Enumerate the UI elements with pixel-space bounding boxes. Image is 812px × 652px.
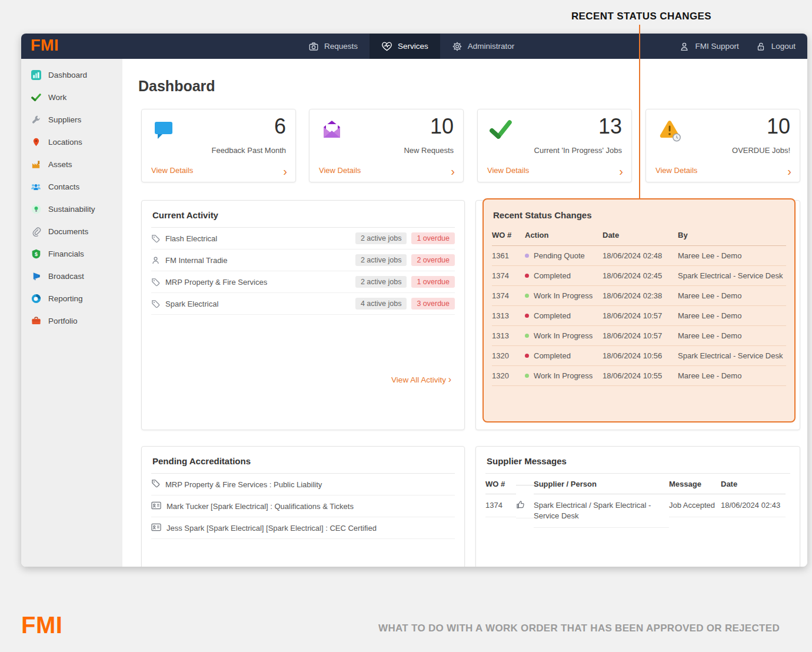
status-date: 18/06/2024 10:57 — [603, 306, 678, 326]
nav-item-logout[interactable]: Logout — [747, 34, 804, 59]
stat-label: New Requests — [404, 146, 454, 155]
activity-row[interactable]: Flash Electrical 2 active jobs 1 overdue — [151, 228, 455, 250]
view-details-link[interactable]: View Details — [487, 166, 529, 175]
nav-item-fmi-support[interactable]: FMI Support — [671, 34, 747, 59]
sidebar-item-label: Portfolio — [48, 317, 78, 325]
sidebar-item-sustainability[interactable]: Sustainability — [21, 198, 122, 220]
view-all-activity-link[interactable]: View All Activity › — [391, 374, 451, 385]
nav-tab-administrator[interactable]: Administrator — [440, 34, 527, 59]
status-by: Maree Lee - Demo — [678, 286, 786, 306]
sidebar-item-portfolio[interactable]: Portfolio — [21, 310, 122, 332]
status-by: Spark Electrical - Service Desk — [678, 346, 786, 366]
sidebar: Dashboard Work Suppliers Locations Asset… — [21, 59, 122, 567]
stat-value: 10 — [767, 114, 790, 139]
activity-row[interactable]: FM Internal Tradie 2 active jobs 2 overd… — [151, 250, 455, 271]
chevron-right-icon[interactable]: › — [283, 165, 287, 177]
col-header-wo: WO # — [485, 474, 516, 494]
nav-tab-requests[interactable]: Requests — [297, 34, 370, 59]
nav-item-label: FMI Support — [695, 42, 738, 51]
wo-number: 1313 — [492, 326, 525, 346]
current-activity-panel: Current Activity Flash Electrical 2 acti… — [141, 200, 465, 430]
status-dot — [525, 374, 529, 378]
overdue-badge: 1 overdue — [411, 276, 455, 288]
main-content: Dashboard 6 Feedback Past Month View Det… — [122, 59, 807, 567]
view-details-link[interactable]: View Details — [319, 166, 361, 175]
status-action: Work In Progress — [525, 326, 603, 346]
warning-clock-icon — [657, 119, 684, 145]
donut-chart-icon — [31, 294, 41, 304]
sidebar-item-label: Broadcast — [48, 272, 84, 281]
chevron-right-icon[interactable]: › — [619, 165, 623, 177]
active-jobs-badge: 2 active jobs — [355, 232, 407, 244]
accreditation-row[interactable]: Mark Tucker [Spark Electrical] : Qualifi… — [151, 495, 455, 517]
status-action-label: Completed — [534, 311, 571, 320]
view-details-link[interactable]: View Details — [151, 166, 193, 175]
chevron-right-icon[interactable]: › — [787, 165, 791, 177]
panel-title: Current Activity — [151, 201, 455, 228]
sidebar-item-contacts[interactable]: Contacts — [21, 175, 122, 198]
stat-card-in-progress: 13 Current 'In Progress' Jobs View Detai… — [477, 109, 632, 182]
status-date: 18/06/2024 10:57 — [603, 326, 678, 346]
stat-label: OVERDUE Jobs! — [732, 146, 790, 155]
activity-row[interactable]: MRP Property & Fire Services 2 active jo… — [151, 271, 455, 293]
activity-row[interactable]: Spark Electrical 4 active jobs 3 overdue — [151, 293, 455, 315]
active-jobs-badge: 2 active jobs — [355, 276, 407, 288]
accreditation-row[interactable]: Jess Spark [Spark Electrical] [Spark Ele… — [151, 517, 455, 539]
status-by: Maree Lee - Demo — [678, 326, 786, 346]
eco-bulb-icon — [31, 204, 41, 214]
sidebar-item-label: Reporting — [48, 294, 83, 303]
tag-icon — [151, 300, 165, 308]
gear-icon — [452, 41, 462, 52]
col-header-date: Date — [721, 474, 786, 494]
message-text: Job Accepted — [669, 494, 721, 517]
chevron-right-icon[interactable]: › — [451, 165, 455, 177]
status-date: 18/06/2024 10:55 — [603, 366, 678, 386]
nav-item-label: Logout — [771, 42, 796, 51]
nav-tab-label: Requests — [324, 42, 358, 51]
sidebar-item-label: Work — [48, 93, 66, 102]
sidebar-item-reporting[interactable]: Reporting — [21, 287, 122, 310]
dollar-shield-icon: $ — [31, 249, 41, 259]
factory-icon — [31, 159, 41, 169]
thumbs-up-icon — [516, 494, 534, 518]
nav-tab-label: Services — [398, 42, 428, 51]
recent-status-changes-highlight: Recent Status Changes WO # Action Date B… — [482, 198, 796, 423]
sidebar-item-suppliers[interactable]: Suppliers — [21, 108, 122, 131]
status-action-label: Pending Quote — [534, 251, 585, 260]
sidebar-item-assets[interactable]: Assets — [21, 153, 122, 175]
wo-number: 1374 — [485, 494, 516, 517]
status-by: Maree Lee - Demo — [678, 366, 786, 386]
footer-caption: WHAT TO DO WITH A WORK ORDER THAT HAS BE… — [378, 623, 780, 634]
sidebar-item-locations[interactable]: Locations — [21, 131, 122, 153]
pending-accreditations-panel: Pending Accreditations MRP Property & Fi… — [141, 446, 465, 567]
sidebar-item-broadcast[interactable]: Broadcast — [21, 265, 122, 287]
overdue-badge: 1 overdue — [411, 232, 455, 244]
fmi-logo: FMI — [31, 36, 59, 55]
stat-value: 6 — [274, 114, 286, 139]
status-dot — [525, 294, 529, 298]
nav-tab-services[interactable]: Services — [370, 34, 440, 59]
supplier-name: Spark Electrical — [165, 300, 351, 308]
page: RECENT STATUS CHANGES FMI Requests Servi… — [0, 0, 812, 652]
sidebar-item-label: Contacts — [48, 182, 79, 191]
sidebar-item-financials[interactable]: $ Financials — [21, 242, 122, 265]
svg-text:$: $ — [35, 251, 38, 257]
status-date: 18/06/2024 10:56 — [603, 346, 678, 366]
app-window: FMI Requests Services — [21, 34, 807, 567]
status-action: Completed — [525, 266, 603, 286]
view-details-link[interactable]: View Details — [655, 166, 697, 175]
footer-fmi-logo: FMI — [21, 612, 62, 638]
supplier-person: Spark Electrical / Spark Electrical - Se… — [534, 494, 669, 528]
panel-title: Recent Status Changes — [492, 199, 786, 226]
accreditation-row[interactable]: MRP Property & Fire Services : Public Li… — [151, 474, 455, 495]
sidebar-item-documents[interactable]: Documents — [21, 220, 122, 242]
status-date: 18/06/2024 02:38 — [603, 286, 678, 306]
supplier-messages-table: WO # Supplier / Person Message Date 1374… — [485, 474, 790, 528]
chevron-right-icon: › — [448, 374, 451, 384]
sidebar-item-work[interactable]: Work — [21, 86, 122, 108]
stat-value: 10 — [430, 114, 454, 139]
sidebar-item-label: Dashboard — [48, 71, 87, 79]
person-icon — [151, 256, 165, 265]
wo-number: 1320 — [492, 346, 525, 366]
sidebar-item-dashboard[interactable]: Dashboard — [21, 64, 122, 86]
